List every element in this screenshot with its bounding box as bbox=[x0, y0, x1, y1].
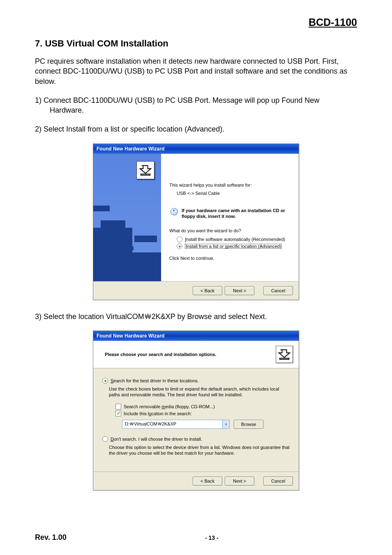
dont-help-text: Choose this option to select the device … bbox=[102, 444, 290, 456]
wizard-sidebar-art bbox=[93, 187, 161, 281]
radio-search[interactable] bbox=[102, 378, 108, 384]
chk-media-row[interactable]: Search removable media (floppy, CD-ROM..… bbox=[115, 404, 290, 409]
radio-dont-row[interactable]: Don't search. I will choose the driver t… bbox=[102, 436, 290, 442]
wizard-2-header-text: Please choose your search and installati… bbox=[99, 352, 216, 357]
back-button[interactable]: < Back bbox=[193, 286, 222, 295]
section-title: 7. USB Virtual COM Installation bbox=[35, 38, 357, 49]
cancel-button[interactable]: Cancel bbox=[263, 476, 293, 486]
wizard-1-buttonbar: < Back Next > Cancel bbox=[93, 281, 299, 300]
wizard-1: Found New Hardware Wizard bbox=[93, 143, 299, 300]
page-number: - 13 - bbox=[205, 534, 219, 541]
chevron-down-icon[interactable]: ▾ bbox=[222, 420, 229, 428]
radio-list-label: Install from a list or specific location… bbox=[185, 244, 282, 249]
radio-dont[interactable] bbox=[102, 436, 108, 442]
wizard-1-info: If your hardware came with an installati… bbox=[182, 208, 291, 220]
revision-label: Rev. 1.00 bbox=[35, 533, 67, 542]
chk-media[interactable] bbox=[115, 404, 121, 409]
radio-search-row[interactable]: Search for the best driver in these loca… bbox=[102, 378, 290, 384]
wizard-2-buttonbar: < Back Next > Cancel bbox=[93, 472, 299, 490]
wizard-2-body: Search for the best driver in these loca… bbox=[93, 368, 299, 472]
wizard-icon-box bbox=[136, 161, 154, 179]
radio-auto-row[interactable]: Install the software automatically (Reco… bbox=[177, 236, 291, 242]
chk-location-row[interactable]: Include this location in the search: bbox=[115, 411, 290, 416]
chk-media-label: Search removable media (floppy, CD-ROM..… bbox=[124, 404, 215, 409]
step-1-line1: 1) Connect BDC-1100DU/WU (USB) to PC USB… bbox=[35, 96, 319, 104]
radio-search-label: Search for the best driver in these loca… bbox=[111, 378, 199, 383]
wizard-1-line1: This wizard helps you install software f… bbox=[169, 183, 291, 187]
wizard-1-continue: Click Next to continue. bbox=[169, 256, 291, 261]
info-icon bbox=[169, 208, 178, 217]
next-button[interactable]: Next > bbox=[225, 476, 254, 486]
search-help-text: Use the check boxes below to limit or ex… bbox=[102, 386, 290, 398]
wizard-1-device: USB <-> Serial Cable bbox=[169, 191, 291, 196]
step-1-line2: Hardware. bbox=[35, 105, 357, 115]
svg-rect-0 bbox=[141, 174, 150, 175]
cancel-button[interactable]: Cancel bbox=[263, 286, 293, 295]
wizard-1-titlebar: Found New Hardware Wizard bbox=[93, 144, 299, 154]
radio-auto-label: Install the software automatically (Reco… bbox=[185, 237, 285, 242]
product-header: BCD-1100 bbox=[35, 16, 357, 28]
step-1: 1) Connect BDC-1100DU/WU (USB) to PC USB… bbox=[35, 95, 357, 116]
radio-auto[interactable] bbox=[177, 236, 182, 242]
chk-location[interactable] bbox=[115, 411, 121, 416]
wizard-2: Found New Hardware Wizard Please choose … bbox=[93, 331, 299, 490]
wizard-1-sidebar bbox=[93, 154, 161, 281]
back-button[interactable]: < Back bbox=[193, 476, 222, 486]
wizard-2-icon-box bbox=[276, 346, 293, 363]
step-2: 2) Select Install from a list or specifi… bbox=[35, 124, 357, 134]
install-arrow-icon bbox=[139, 164, 152, 176]
browse-button[interactable]: Browse bbox=[234, 420, 263, 429]
path-combobox[interactable]: D:￦VirtualCOM￦2K&XP ▾ bbox=[122, 420, 230, 429]
intro-paragraph: PC requires software installation when i… bbox=[35, 56, 357, 86]
wizard-1-prompt: What do you want the wizard to do? bbox=[169, 228, 291, 233]
wizard-2-header: Please choose your search and installati… bbox=[93, 341, 299, 368]
radio-dont-label: Don't search. I will choose the driver t… bbox=[111, 437, 202, 442]
wizard-2-titlebar: Found New Hardware Wizard bbox=[93, 331, 299, 341]
wizard-1-content: This wizard helps you install software f… bbox=[161, 154, 299, 281]
svg-rect-1 bbox=[280, 358, 289, 359]
step-3: 3) Select the location VirtualCOM￦2K&XP … bbox=[35, 312, 357, 321]
radio-list-row[interactable]: Install from a list or specific location… bbox=[177, 243, 291, 249]
radio-list[interactable] bbox=[177, 243, 182, 249]
install-arrow-icon bbox=[278, 348, 291, 361]
wizard-1-title: Found New Hardware Wizard bbox=[97, 146, 164, 152]
wizard-2-title: Found New Hardware Wizard bbox=[97, 333, 164, 339]
chk-location-label: Include this location in the search: bbox=[124, 411, 192, 416]
next-button[interactable]: Next > bbox=[225, 286, 254, 295]
path-value: D:￦VirtualCOM￦2K&XP bbox=[122, 420, 222, 428]
